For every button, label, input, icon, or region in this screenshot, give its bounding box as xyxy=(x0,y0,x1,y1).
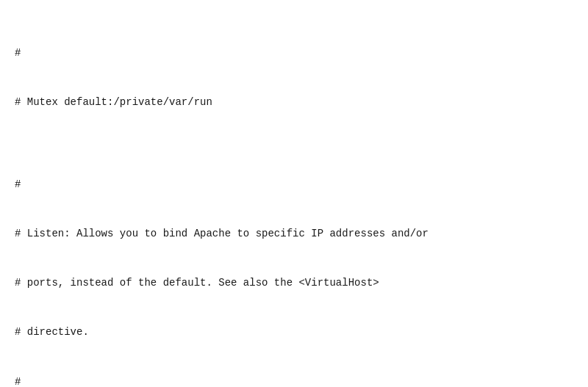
code-editor: # # Mutex default:/private/var/run # # L… xyxy=(15,12,573,387)
code-line: # Listen: Allows you to bind Apache to s… xyxy=(15,225,573,242)
code-line: # ports, instead of the default. See als… xyxy=(15,275,573,291)
code-line: # xyxy=(15,374,573,387)
code-line: # directive. xyxy=(15,324,573,340)
code-line: # xyxy=(15,45,573,61)
code-line: # xyxy=(15,176,573,192)
code-line: # Mutex default:/private/var/run xyxy=(15,94,573,110)
